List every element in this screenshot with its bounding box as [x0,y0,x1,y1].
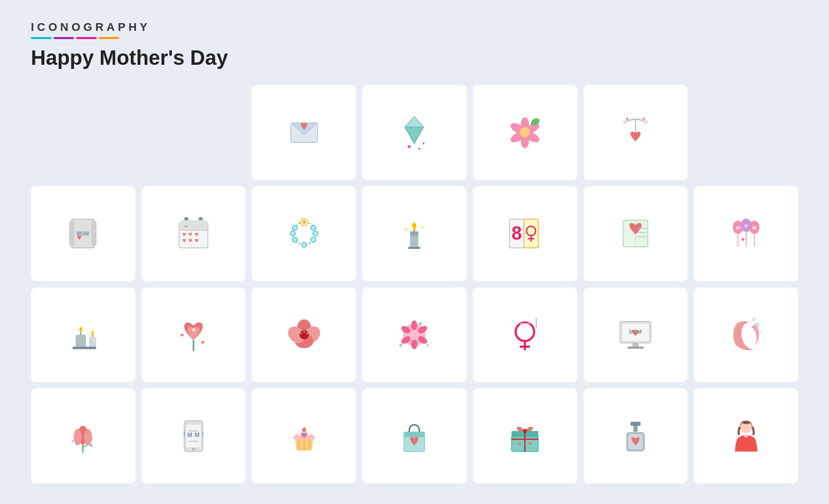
svg-rect-107 [627,347,644,349]
svg-rect-29 [181,220,206,223]
svg-point-110 [759,331,762,334]
svg-point-47 [405,228,407,230]
underline-pink [76,37,97,39]
svg-point-33 [303,221,306,224]
underline-cyan [31,37,51,39]
svg-text:★: ★ [191,326,197,333]
svg-text:!: ! [183,430,185,438]
svg-point-94 [409,330,419,340]
header: ICONOGRAPHY Happy Mother's Day [31,21,798,69]
svg-point-45 [413,223,415,227]
svg-point-85 [306,332,308,334]
svg-rect-76 [73,347,96,349]
svg-point-39 [290,231,295,236]
svg-point-37 [302,242,307,247]
icon-floral-pattern[interactable] [362,287,467,383]
svg-text:★: ★ [79,326,82,331]
svg-rect-46 [408,247,420,249]
underline-orange [99,37,119,39]
svg-point-95 [419,322,422,325]
svg-rect-142 [630,422,641,426]
svg-point-15 [623,120,627,124]
page-title: Happy Mother's Day [31,46,798,69]
svg-text:M: M [752,225,756,230]
icon-calendar[interactable]: ✂ [142,186,246,281]
svg-text:M: M [195,431,200,439]
svg-point-18 [626,118,628,120]
brand-name: ICONOGRAPHY [31,21,798,34]
svg-point-38 [292,237,297,242]
svg-point-86 [303,331,305,333]
brand-underline [31,37,798,39]
svg-point-35 [313,231,318,236]
svg-rect-21 [69,221,74,246]
svg-point-48 [422,227,424,228]
icon-gift-box[interactable] [473,388,577,483]
svg-rect-69 [76,335,86,347]
svg-point-40 [292,225,297,230]
svg-point-97 [427,344,429,346]
svg-rect-106 [632,343,639,347]
icon-flower[interactable] [473,85,577,180]
svg-point-96 [399,344,402,347]
svg-rect-133 [404,432,425,437]
icon-spa-candle[interactable]: ★ [31,287,135,383]
icon-womens-day[interactable]: 8 [473,186,577,281]
svg-text:!: ! [202,430,204,438]
svg-point-4 [408,145,411,148]
svg-point-109 [752,317,756,321]
svg-point-19 [643,118,645,120]
svg-point-36 [311,237,316,242]
icon-candle[interactable] [362,186,467,281]
svg-point-13 [520,127,530,137]
icon-mom-phone[interactable]: M M ! ! [142,388,246,483]
icons-grid: MOM ✂ [31,85,798,483]
svg-point-115 [90,444,93,447]
icon-diamond[interactable] [362,85,467,180]
underline-purple [54,37,74,39]
svg-point-91 [411,339,417,349]
icon-poppy[interactable] [252,287,356,383]
svg-point-114 [84,429,92,445]
icon-heart-lollipop[interactable]: ★ [142,287,246,383]
icon-woman[interactable] [694,388,798,483]
svg-rect-25 [179,222,208,230]
svg-text:✂: ✂ [184,224,188,229]
svg-text:O: O [744,223,748,228]
icon-lotion[interactable] [584,388,688,483]
svg-rect-42 [410,231,418,236]
svg-text:8: 8 [511,223,522,244]
svg-point-98 [516,322,534,341]
svg-text:M: M [187,431,192,439]
icon-gift-bag[interactable] [362,388,467,483]
svg-point-84 [300,332,302,334]
icon-greeting-card[interactable] [584,186,688,281]
icon-necklace[interactable] [584,85,688,180]
svg-point-6 [422,142,425,145]
icon-mom-balloons[interactable]: M M O [694,186,798,281]
icon-mother-child[interactable] [694,287,798,383]
icon-mom-scroll[interactable]: MOM [31,186,135,281]
svg-text:M: M [736,225,740,230]
svg-rect-70 [89,337,96,347]
icon-wreath[interactable] [252,186,356,281]
icon-cupcake[interactable] [252,388,356,483]
svg-point-88 [411,320,417,331]
svg-rect-49 [524,219,538,248]
svg-rect-22 [92,221,96,246]
svg-point-16 [644,120,648,124]
icon-tulip[interactable] [31,388,135,483]
svg-marker-3 [405,117,424,127]
svg-point-75 [92,331,94,335]
svg-point-116 [72,440,74,442]
icon-love-letter[interactable] [252,85,356,180]
svg-point-119 [192,447,195,451]
svg-point-113 [74,429,82,445]
icon-female-symbol[interactable] [473,287,577,383]
svg-point-108 [753,322,760,329]
svg-point-5 [418,148,420,150]
svg-point-34 [311,225,316,230]
icon-mom-monitor[interactable]: MOM [584,287,688,383]
